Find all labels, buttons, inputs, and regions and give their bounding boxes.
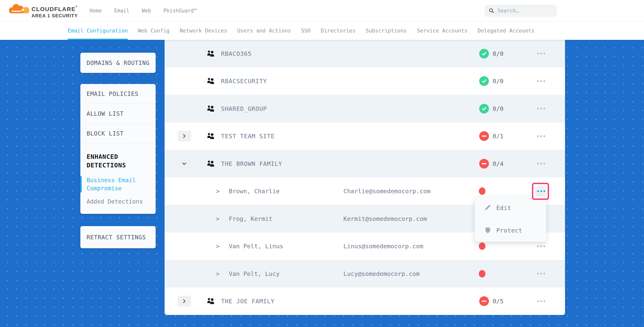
status-unprotected-icon <box>479 131 489 141</box>
brand-text: CLOUDFLARE® AREA 1 SECURITY <box>32 1 78 18</box>
member-name: Frog, Kermit <box>229 215 272 222</box>
member-chevron: > <box>216 243 220 250</box>
tab-delegated-accounts[interactable]: Delegated Accounts <box>478 21 535 40</box>
group-icon <box>207 50 215 57</box>
chevron-right-icon[interactable] <box>178 296 191 307</box>
brand-subtitle: AREA 1 SECURITY <box>32 13 78 18</box>
sidebar-item-domains-routing[interactable]: DOMAINS & ROUTING <box>80 53 156 73</box>
more-actions-button[interactable] <box>535 130 547 142</box>
table-row-group: THE JOE FAMILY0/5 <box>164 288 565 315</box>
group-icon <box>207 160 215 167</box>
menu-item-protect[interactable]: Protect <box>475 219 546 242</box>
more-dot <box>537 53 539 54</box>
search-box[interactable] <box>485 5 557 17</box>
group-name: SHARED_GROUP <box>221 105 267 112</box>
more-actions-button[interactable] <box>535 47 547 60</box>
header-nav-item[interactable]: PhishGuard™ <box>164 8 197 13</box>
table-row-member: >Van Pelt, LucyLucy@somedemocorp.com <box>164 260 565 288</box>
group-icon <box>207 298 215 305</box>
header-nav-item[interactable]: Web <box>142 8 151 13</box>
shield-icon <box>484 227 491 235</box>
more-actions-button[interactable] <box>535 102 547 115</box>
menu-item-label: Protect <box>496 227 522 234</box>
context-menu: EditProtect <box>475 196 546 242</box>
more-dot <box>544 80 545 82</box>
sidebar-item-email-policies[interactable]: EMAIL POLICIES <box>80 84 156 104</box>
more-actions-button[interactable] <box>535 157 547 170</box>
menu-item-label: Edit <box>496 205 511 211</box>
tab-web-config[interactable]: Web Config <box>138 21 170 40</box>
more-dot <box>537 80 539 82</box>
more-actions-button[interactable] <box>535 295 547 307</box>
pencil-icon <box>484 204 491 212</box>
tab-directories[interactable]: Directories <box>321 21 356 40</box>
member-name: Van Pelt, Linus <box>229 243 283 250</box>
more-dot <box>544 273 545 275</box>
header-nav-item[interactable]: Email <box>114 8 130 13</box>
tab-users-and-actions[interactable]: Users and Actions <box>237 21 291 40</box>
member-chevron: > <box>216 270 220 277</box>
status-unprotected-icon <box>479 296 489 306</box>
search-input[interactable] <box>498 8 553 13</box>
more-dot <box>540 300 542 302</box>
more-dot <box>544 53 545 54</box>
cloudflare-logo: CLOUDFLARE® AREA 1 SECURITY <box>8 1 78 18</box>
group-name: RBACO365 <box>221 50 252 57</box>
more-dot <box>540 273 542 275</box>
more-dot <box>544 135 545 137</box>
sidebar-card-policies: EMAIL POLICIESALLOW LISTBLOCK LIST ENHAN… <box>80 84 156 214</box>
member-email: Kermit@somedemocorp.com <box>344 215 427 222</box>
protection-count: 0/5 <box>493 298 504 305</box>
tab-subscriptions[interactable]: Subscriptions <box>366 21 407 40</box>
group-name: RBACSECURITY <box>221 78 267 85</box>
more-dot <box>540 53 542 54</box>
brand-title: CLOUDFLARE® <box>32 5 78 12</box>
group-icon <box>207 133 215 140</box>
group-name: THE JOE FAMILY <box>221 298 274 305</box>
sidebar-item-business-email-compromise[interactable]: Business Email Compromise <box>80 176 150 192</box>
sidebar-item-block-list[interactable]: BLOCK LIST <box>80 124 156 143</box>
more-dot <box>544 108 545 109</box>
menu-item-edit[interactable]: Edit <box>475 197 546 219</box>
sidebar-item-allow-list[interactable]: ALLOW LIST <box>80 104 156 124</box>
tab-service-accounts[interactable]: Service Accounts <box>417 21 468 40</box>
status-protected-icon <box>479 49 489 58</box>
directory-table-panel: RBACO3650/0RBACSECURITY0/0SHARED_GROUP0/… <box>164 40 565 315</box>
app-header: CLOUDFLARE® AREA 1 SECURITY HomeEmailWeb… <box>0 0 644 21</box>
sidebar-section-enhanced-detections: ENHANCED DETECTIONS Business Email Compr… <box>80 143 156 206</box>
more-dot <box>537 163 539 164</box>
protection-count: 0/0 <box>493 78 504 85</box>
table-row-group: RBACO3650/0 <box>164 40 565 67</box>
chevron-right-icon[interactable] <box>178 131 191 142</box>
sidebar-item-retract-settings[interactable]: RETRACT SETTINGS <box>80 226 156 248</box>
tab-email-configuration[interactable]: Email Configuration <box>68 21 128 40</box>
minus-glyph <box>482 301 486 302</box>
table-row-group: RBACSECURITY0/0 <box>164 67 565 95</box>
group-icon <box>207 105 215 112</box>
more-dot <box>537 245 539 247</box>
chevron-down-icon[interactable] <box>178 158 191 169</box>
protection-count: 0/1 <box>493 133 504 140</box>
status-protected-icon <box>479 104 489 113</box>
protection-count: 0/0 <box>493 105 504 112</box>
tab-sso[interactable]: SSO <box>301 21 311 40</box>
cloudflare-cloud-icon <box>8 3 30 14</box>
member-email: Linus@somedemocorp.com <box>344 243 423 250</box>
more-dot <box>540 135 542 137</box>
more-actions-button[interactable] <box>535 268 547 280</box>
header-nav-item[interactable]: Home <box>90 8 102 13</box>
group-name: THE BROWN FAMILY <box>221 160 282 167</box>
more-actions-button[interactable] <box>535 75 547 87</box>
minus-glyph <box>482 163 486 164</box>
status-dot <box>479 187 486 195</box>
more-dot <box>537 135 539 137</box>
more-dot <box>544 245 545 247</box>
tab-bar: Email ConfigurationWeb ConfigNetwork Dev… <box>0 21 644 40</box>
more-dot <box>537 108 539 109</box>
table-row-group: SHARED_GROUP0/0 <box>164 95 565 122</box>
more-dot <box>540 80 542 82</box>
protection-count: 0/4 <box>493 160 504 167</box>
header-nav: HomeEmailWebPhishGuard™ <box>90 0 197 21</box>
sidebar-item-added-detections[interactable]: Added Detections <box>86 198 150 206</box>
tab-network-devices[interactable]: Network Devices <box>180 21 227 40</box>
